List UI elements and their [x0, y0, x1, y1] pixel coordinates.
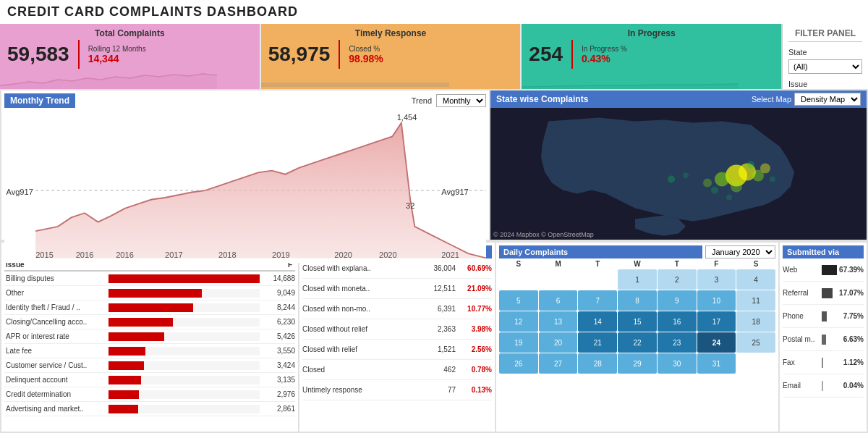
- company-pct: 3.98%: [456, 325, 492, 333]
- kpi-progress-value: 254: [529, 43, 563, 66]
- svg-point-32: [726, 195, 732, 201]
- map-credit: © 2024 Mapbox © OpenStreetMap: [493, 231, 594, 238]
- issues-bar-container: [109, 347, 260, 356]
- kpi-total-sparkline: [0, 71, 217, 89]
- cal-cell: [578, 269, 617, 290]
- company-label: Closed with relief: [302, 345, 423, 353]
- cal-cell: 8: [618, 290, 657, 311]
- cal-cell: 3: [697, 269, 736, 290]
- submitted-rows: Web 67.39% Referral 17.07% Phone 7.75% P…: [783, 258, 864, 398]
- submitted-via-panel: Submitted via Web 67.39% Referral 17.07%…: [780, 243, 867, 432]
- calendar-weeks: 1234567891011121314151617181920212223242…: [499, 269, 775, 374]
- cal-week: 19202122232425: [499, 332, 775, 353]
- kpi-progress-sub-label: In Progress %: [582, 45, 627, 53]
- issues-label: Delinquent account: [4, 376, 106, 384]
- submitted-bar: [822, 381, 823, 391]
- page-header: CREDIT CARD COMPLAINTS DASHBOARD: [0, 0, 868, 24]
- cal-day-t2: T: [658, 260, 697, 268]
- map-svg: [490, 108, 867, 240]
- map-select-label: Select Map: [752, 95, 791, 104]
- cal-header-row: S M T W T F S: [499, 260, 775, 268]
- kpi-progress-divider: [571, 40, 573, 69]
- svg-text:2016: 2016: [116, 251, 134, 259]
- bottom-row: Top Issues ▼ Issue F Billing disputes 14…: [0, 241, 868, 433]
- submitted-bar: [822, 265, 837, 275]
- company-pct: 21.09%: [456, 285, 492, 293]
- issues-bar-container: [109, 405, 260, 413]
- svg-marker-0: [0, 74, 217, 89]
- monthly-trend-panel: Monthly Trend Trend Monthly Avg917 Avg91…: [1, 91, 489, 240]
- kpi-timely-sparkline: [261, 71, 478, 89]
- daily-header-row: Daily Complaints January 2020: [499, 245, 775, 258]
- company-label: Closed with explana..: [302, 264, 423, 272]
- issues-value: 14,688: [263, 274, 295, 282]
- issues-value: 2,861: [263, 405, 295, 413]
- kpi-total-sub-label: Rolling 12 Months: [88, 45, 146, 53]
- trend-dropdown[interactable]: Monthly: [436, 94, 486, 107]
- company-response-panel: Company Response Closed with explana.. 3…: [299, 243, 495, 432]
- company-pct: 2.56%: [456, 345, 492, 353]
- issues-table: Issue F Billing disputes 14,688 Other 9,…: [4, 258, 295, 429]
- cal-cell: 25: [736, 332, 775, 353]
- cal-cell: 4: [736, 269, 775, 290]
- issues-row: APR or interest rate 5,426: [4, 329, 295, 344]
- trend-label: Trend: [412, 96, 432, 105]
- submitted-label: Postal m..: [783, 335, 819, 343]
- map-type-select[interactable]: Density Map: [794, 93, 861, 106]
- cal-day-s2: S: [736, 260, 775, 268]
- cal-cell: 19: [499, 332, 538, 353]
- company-table: Closed with explana.. 36,004 60.69% Clos…: [302, 258, 492, 429]
- company-label: Closed: [302, 366, 423, 374]
- daily-month-select[interactable]: January 2020: [705, 245, 775, 258]
- kpi-progress-sub-value: 0.43%: [582, 53, 627, 64]
- svg-marker-2: [522, 84, 739, 89]
- cal-cell: [736, 353, 775, 374]
- issues-bar: [109, 274, 260, 283]
- cal-cell: [539, 269, 578, 290]
- kpi-total-value: 59,583: [7, 43, 69, 66]
- issues-label: Closing/Cancelling acco..: [4, 318, 106, 326]
- svg-text:2021: 2021: [441, 251, 459, 259]
- svg-text:2020: 2020: [379, 251, 397, 259]
- submitted-pct: 1.12%: [825, 358, 864, 366]
- submitted-row: Email 0.04%: [783, 374, 864, 398]
- submitted-via-header: Submitted via: [783, 245, 864, 258]
- kpi-in-progress: In Progress 254 In Progress % 0.43%: [522, 24, 781, 89]
- company-count: 36,004: [423, 264, 456, 272]
- submitted-label: Email: [783, 382, 819, 390]
- cal-cell: 28: [578, 353, 617, 374]
- svg-rect-1: [261, 83, 449, 87]
- cal-cell: 10: [697, 290, 736, 311]
- issues-label: Credit determination: [4, 390, 106, 398]
- filter-state-select[interactable]: (All): [788, 59, 862, 74]
- company-row: Closed 462 0.78%: [302, 360, 492, 380]
- issues-bar-container: [109, 289, 260, 298]
- cal-week: 262728293031: [499, 353, 775, 374]
- issues-bar: [109, 303, 193, 312]
- svg-text:1,454: 1,454: [397, 113, 417, 122]
- issues-row: Advertising and market.. 2,861: [4, 402, 295, 416]
- issues-bar-container: [109, 376, 260, 384]
- svg-text:32: 32: [406, 201, 414, 210]
- dashboard: CREDIT CARD COMPLAINTS DASHBOARD Total C…: [0, 0, 868, 433]
- submitted-row: Phone 7.75%: [783, 305, 864, 328]
- issues-value: 3,135: [263, 376, 295, 384]
- svg-text:2016: 2016: [76, 251, 94, 259]
- company-row: Closed with relief 1,521 2.56%: [302, 340, 492, 360]
- svg-point-27: [747, 161, 754, 169]
- daily-complaints-header: Daily Complaints: [499, 245, 702, 258]
- company-pct: 0.13%: [456, 386, 492, 394]
- trend-svg: Avg917 Avg917 1,454: [4, 109, 486, 263]
- filter-panel-title: FILTER PANEL: [788, 28, 862, 42]
- submitted-bar: [822, 288, 833, 298]
- company-label: Untimely response: [302, 386, 423, 394]
- issues-value: 6,230: [263, 318, 295, 326]
- svg-point-22: [715, 172, 729, 187]
- cal-cell: 7: [578, 290, 617, 311]
- submitted-label: Referral: [783, 289, 819, 297]
- submitted-row: Postal m.. 6.63%: [783, 328, 864, 351]
- state-map-panel: State wise Complaints Select Map Density…: [490, 91, 867, 240]
- issues-row: Billing disputes 14,688: [4, 272, 295, 286]
- issues-rows: Billing disputes 14,688 Other 9,049 Iden…: [4, 272, 295, 416]
- cal-cell: 6: [539, 290, 578, 311]
